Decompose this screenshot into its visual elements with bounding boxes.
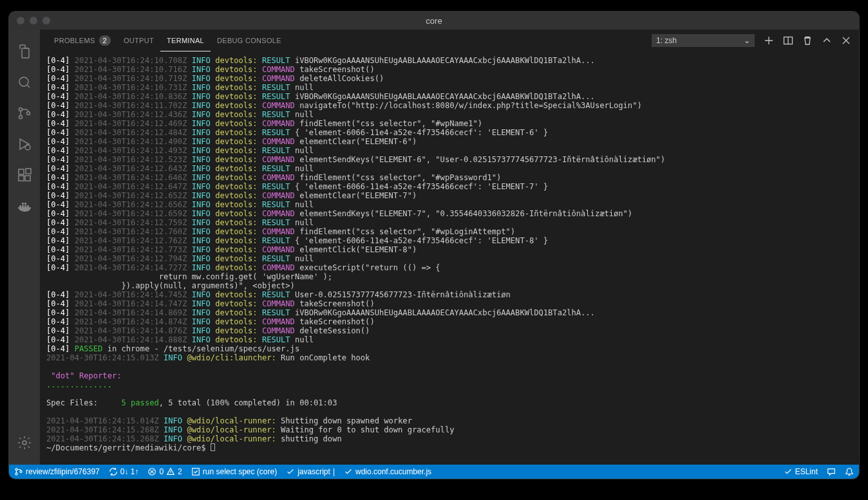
shell-select-value: 1: zsh: [656, 36, 677, 45]
svg-point-3: [27, 112, 30, 115]
svg-rect-6: [19, 176, 24, 181]
sb-lang-label: javascript: [297, 467, 330, 476]
sb-lang[interactable]: javascript |: [286, 467, 335, 476]
traffic-lights: [17, 17, 50, 24]
body-area: PROBLEMS 2 OUTPUT TERMINAL DEBUG CONSOLE…: [9, 30, 859, 465]
maximize-panel-button[interactable]: [822, 35, 832, 46]
extensions-icon[interactable]: [9, 160, 40, 190]
svg-point-2: [19, 116, 23, 119]
sb-branch-label: review/zfilipin/676397: [26, 467, 100, 476]
svg-point-4: [25, 145, 30, 150]
tab-problems[interactable]: PROBLEMS 2: [48, 30, 117, 51]
split-terminal-button[interactable]: [783, 35, 793, 46]
sb-config-label: wdio.conf.cucumber.js: [355, 467, 431, 476]
status-bar: review/zfilipin/676397 0↓ 1↑ 0 2 run sel…: [9, 465, 859, 479]
explorer-icon[interactable]: [9, 36, 40, 67]
zoom-window-button[interactable]: [42, 17, 50, 24]
tab-debug-console-label: DEBUG CONSOLE: [217, 37, 281, 44]
sb-lang-sep: |: [333, 467, 335, 476]
source-control-icon[interactable]: [9, 98, 40, 129]
sb-eslint[interactable]: ESLint: [784, 467, 818, 476]
tab-debug-console[interactable]: DEBUG CONSOLE: [211, 30, 288, 51]
titlebar[interactable]: core: [9, 12, 859, 30]
sb-feedback-icon[interactable]: [827, 467, 836, 476]
sb-config[interactable]: wdio.conf.cucumber.js: [344, 467, 431, 476]
svg-rect-5: [19, 169, 24, 174]
problems-badge: 2: [99, 35, 111, 46]
sb-task-label: run select spec (core): [203, 467, 277, 476]
sb-errors-count: 0: [159, 467, 164, 476]
main-area: PROBLEMS 2 OUTPUT TERMINAL DEBUG CONSOLE…: [40, 30, 859, 465]
tab-problems-label: PROBLEMS: [54, 37, 95, 44]
tab-terminal[interactable]: TERMINAL: [160, 30, 211, 51]
tab-output-label: OUTPUT: [124, 37, 154, 44]
svg-point-0: [19, 77, 28, 86]
run-debug-icon[interactable]: [9, 129, 40, 160]
svg-point-12: [15, 473, 17, 475]
sb-sync-label: 0↓ 1↑: [120, 467, 139, 476]
panel-actions: 1: zsh ⌄: [652, 34, 851, 47]
close-window-button[interactable]: [17, 17, 24, 24]
svg-point-9: [23, 441, 26, 445]
close-panel-button[interactable]: [841, 35, 851, 46]
sb-sync[interactable]: 0↓ 1↑: [109, 467, 139, 476]
sb-warnings-count: 2: [178, 467, 182, 476]
terminal-output[interactable]: [0-4] 2021-04-30T16:24:10.708Z INFO devt…: [40, 52, 859, 465]
window: core: [9, 12, 859, 479]
panel-tabs: PROBLEMS 2 OUTPUT TERMINAL DEBUG CONSOLE…: [40, 30, 859, 52]
new-terminal-button[interactable]: [764, 35, 774, 46]
svg-point-11: [15, 468, 17, 470]
terminal-shell-select[interactable]: 1: zsh ⌄: [652, 34, 755, 47]
svg-rect-7: [25, 176, 30, 181]
sb-eslint-label: ESLint: [795, 467, 818, 476]
search-icon[interactable]: [9, 67, 40, 98]
window-title: core: [426, 16, 442, 26]
svg-rect-8: [26, 169, 31, 174]
sb-bell-icon[interactable]: [845, 467, 854, 476]
chevron-down-icon: ⌄: [744, 36, 750, 45]
activity-bar: [9, 30, 40, 465]
svg-point-1: [19, 108, 23, 111]
sb-task[interactable]: run select spec (core): [191, 467, 277, 476]
settings-gear-icon[interactable]: [9, 427, 40, 458]
kill-terminal-button[interactable]: [802, 35, 813, 46]
sb-problems[interactable]: 0 2: [147, 467, 182, 476]
tab-output[interactable]: OUTPUT: [117, 30, 160, 51]
minimize-window-button[interactable]: [30, 17, 37, 24]
docker-icon[interactable]: [9, 190, 40, 221]
sb-branch[interactable]: review/zfilipin/676397: [14, 467, 100, 476]
tab-terminal-label: TERMINAL: [167, 37, 204, 44]
svg-rect-15: [193, 468, 200, 476]
